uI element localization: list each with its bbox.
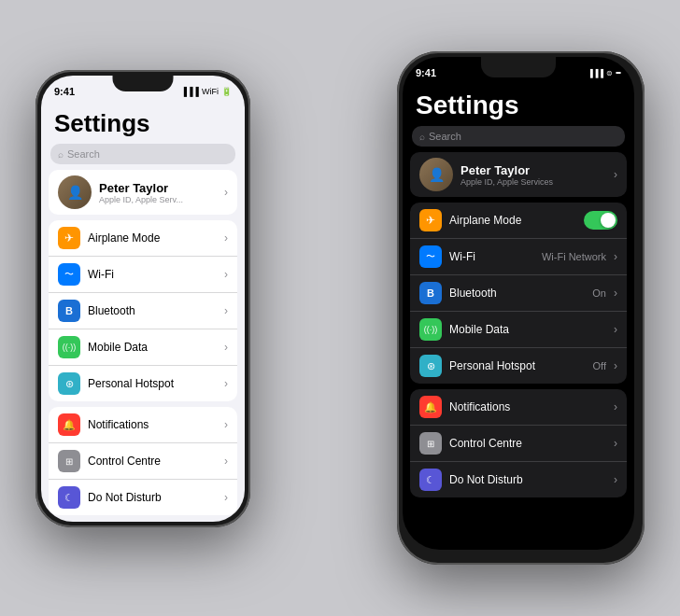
mobiledata-row-light[interactable]: ((·)) Mobile Data › [49,329,237,366]
bluetooth-icon-dark: B [419,282,442,304]
apple-id-name-dark: Peter Taylor [460,163,606,177]
dnd-icon-dark: ☾ [419,469,442,491]
search-placeholder-light: Search [67,148,100,160]
airplane-icon-dark: ✈ [419,209,442,231]
wifi-value-dark: Wi-Fi Network [542,251,606,262]
dnd-icon-light: ☾ [58,486,80,509]
status-icons-light: ▐▐▐ WiFi 🔋 [181,87,232,96]
hotspot-icon-dark: ⊛ [419,355,442,377]
mobiledata-row-dark[interactable]: ((·)) Mobile Data › [410,312,627,348]
dnd-chevron-light: › [224,491,228,504]
airplane-mode-row-dark[interactable]: ✈ Airplane Mode [410,203,627,239]
status-time-light: 9:41 [54,86,75,97]
notifications-label-dark: Notifications [449,400,606,413]
notch-light [113,76,174,91]
airplane-chevron-light: › [224,231,228,245]
avatar-light: 👤 [58,175,92,209]
avatar-dark: 👤 [419,158,453,191]
notifications-chevron-dark: › [614,400,617,413]
hotspot-label-dark: Personal Hotspot [449,359,586,372]
wifi-row-dark[interactable]: 〜 Wi-Fi Wi-Fi Network › [410,239,627,275]
controlcentre-row-dark[interactable]: ⊞ Control Centre › [410,426,627,462]
airplane-mode-row-light[interactable]: ✈ Airplane Mode › [49,220,237,257]
dnd-label-dark: Do Not Disturb [449,473,606,486]
search-icon-light: ⌕ [58,149,64,160]
airplane-label-dark: Airplane Mode [449,214,576,227]
dnd-chevron-dark: › [614,473,617,486]
search-placeholder-dark: Search [429,131,461,142]
airplane-toggle-dark[interactable] [584,211,617,230]
controlcentre-chevron-dark: › [614,437,617,450]
controlcentre-label-dark: Control Centre [449,437,606,450]
apple-id-sub-dark: Apple ID, Apple Services [460,177,606,187]
bluetooth-row-dark[interactable]: B Bluetooth On › [410,275,627,312]
phone-dark: 9:41 ▐▐▐ ⊜ Settings ⌕ Search 👤 [397,51,645,565]
notifications-chevron-light: › [224,418,228,431]
wifi-row-light[interactable]: 〜 Wi-Fi › [49,257,237,293]
settings-title-dark: Settings [403,83,634,124]
controlcentre-label-light: Control Centre [88,455,217,468]
apple-id-text-light: Peter Taylor Apple ID, Apple Serv... [99,181,217,204]
dnd-row-light[interactable]: ☾ Do Not Disturb › [49,480,237,515]
notifications-label-light: Notifications [88,418,217,431]
wifi-label-dark: Wi-Fi [449,250,534,263]
bluetooth-label-light: Bluetooth [88,304,217,317]
apple-id-name-light: Peter Taylor [99,181,217,195]
bluetooth-chevron-dark: › [614,287,617,300]
controlcentre-chevron-light: › [224,455,228,468]
hotspot-label-light: Personal Hotspot [88,377,217,390]
hotspot-row-dark[interactable]: ⊛ Personal Hotspot Off › [410,348,627,384]
mobiledata-chevron-dark: › [614,323,617,336]
hotspot-chevron-light: › [224,377,228,390]
status-icons-dark: ▐▐▐ ⊜ [588,69,621,77]
mobiledata-icon-light: ((·)) [58,336,80,358]
apple-id-text-dark: Peter Taylor Apple ID, Apple Services [460,163,606,187]
bluetooth-value-dark: On [592,287,606,299]
connectivity-section-dark: ✈ Airplane Mode 〜 Wi-Fi Wi-Fi Network › … [410,203,627,384]
wifi-chevron-dark: › [614,250,617,263]
dnd-label-light: Do Not Disturb [88,491,217,504]
controlcentre-icon-light: ⊞ [58,450,80,472]
bluetooth-chevron-light: › [224,304,228,317]
bluetooth-label-dark: Bluetooth [449,287,585,300]
apple-id-sub-light: Apple ID, Apple Serv... [99,195,217,204]
chevron-light: › [224,186,228,199]
search-bar-dark[interactable]: ⌕ Search [412,126,625,147]
notch-dark [481,57,556,77]
mobiledata-icon-dark: ((·)) [419,318,442,341]
notifications-section-light: 🔔 Notifications › ⊞ Control Centre › ☾ D… [49,407,237,515]
settings-title-light: Settings [41,102,245,142]
hotspot-icon-light: ⊛ [58,372,80,395]
hotspot-chevron-dark: › [614,359,617,372]
hotspot-value-dark: Off [593,360,606,371]
wifi-chevron-light: › [224,268,228,281]
mobiledata-label-light: Mobile Data [88,341,217,354]
notifications-row-dark[interactable]: 🔔 Notifications › [410,389,627,426]
wifi-icon-light: 〜 [58,263,80,286]
wifi-icon-dark: 〜 [419,245,442,268]
apple-id-row-dark[interactable]: 👤 Peter Taylor Apple ID, Apple Services … [410,152,627,197]
airplane-label-light: Airplane Mode [88,231,217,245]
apple-id-row-light[interactable]: 👤 Peter Taylor Apple ID, Apple Serv... › [49,170,237,215]
notifications-section-dark: 🔔 Notifications › ⊞ Control Centre › ☾ D… [410,389,627,497]
mobiledata-chevron-light: › [224,341,228,354]
dnd-row-dark[interactable]: ☾ Do Not Disturb › [410,462,627,497]
search-bar-light[interactable]: ⌕ Search [50,144,235,164]
wifi-label-light: Wi-Fi [88,268,217,281]
status-time-dark: 9:41 [416,67,436,78]
bluetooth-row-light[interactable]: B Bluetooth › [49,293,237,329]
airplane-icon-light: ✈ [58,227,80,249]
search-icon-dark: ⌕ [419,132,425,142]
notifications-icon-light: 🔔 [58,413,80,436]
connectivity-section-light: ✈ Airplane Mode › 〜 Wi-Fi › B Bluetooth … [49,220,237,401]
controlcentre-icon-dark: ⊞ [419,432,442,455]
controlcentre-row-light[interactable]: ⊞ Control Centre › [49,443,237,480]
phone-light: 9:41 ▐▐▐ WiFi 🔋 Settings ⌕ Search 👤 [35,70,250,527]
notifications-icon-dark: 🔔 [419,396,442,418]
scene: 9:41 ▐▐▐ WiFi 🔋 Settings ⌕ Search 👤 [0,0,680,616]
notifications-row-light[interactable]: 🔔 Notifications › [49,407,237,443]
mobiledata-label-dark: Mobile Data [449,323,606,336]
hotspot-row-light[interactable]: ⊛ Personal Hotspot › [49,366,237,401]
bluetooth-icon-light: B [58,300,80,322]
chevron-dark: › [614,168,617,181]
